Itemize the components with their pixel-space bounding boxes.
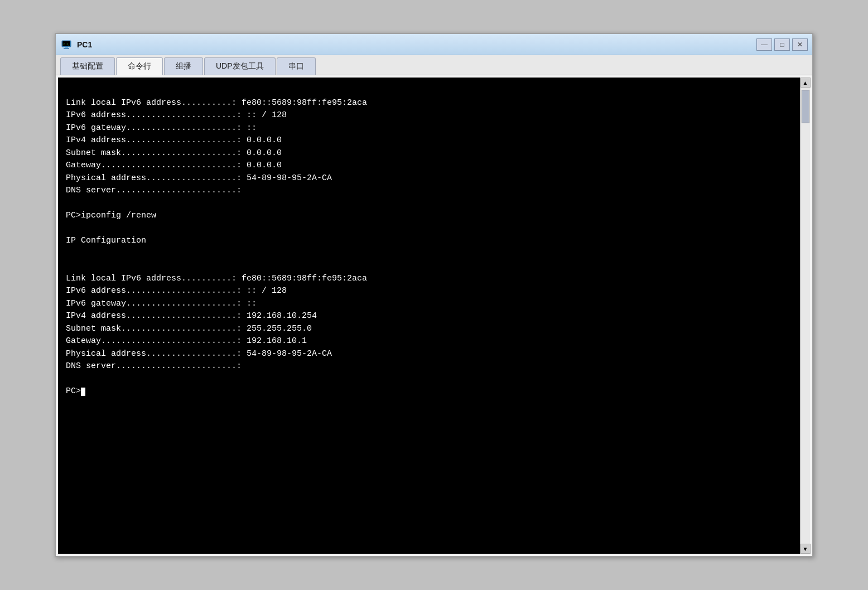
tab-serial[interactable]: 串口 bbox=[277, 57, 316, 75]
scrollbar[interactable]: ▲ ▼ bbox=[800, 78, 810, 554]
window-controls: — □ ✕ bbox=[756, 38, 808, 51]
content-area: Link local IPv6 address..........: fe80:… bbox=[56, 75, 812, 556]
scroll-up-button[interactable]: ▲ bbox=[801, 78, 811, 88]
window-title: PC1 bbox=[77, 40, 92, 49]
minimize-button[interactable]: — bbox=[756, 38, 772, 51]
svg-rect-1 bbox=[65, 47, 68, 48]
tab-cmd[interactable]: 命令行 bbox=[116, 57, 163, 75]
tab-basic[interactable]: 基础配置 bbox=[60, 57, 115, 75]
tab-multicast[interactable]: 组播 bbox=[164, 57, 203, 75]
scroll-thumb[interactable] bbox=[802, 90, 809, 123]
title-bar: C:\ PC1 — □ ✕ bbox=[56, 34, 812, 55]
svg-text:C:\: C:\ bbox=[64, 42, 69, 46]
main-window: C:\ PC1 — □ ✕ 基础配置命令行组播UDP发包工具串口 Link lo… bbox=[55, 33, 813, 557]
cursor bbox=[81, 388, 85, 396]
scroll-track[interactable] bbox=[801, 88, 810, 544]
tab-udp[interactable]: UDP发包工具 bbox=[204, 57, 276, 75]
close-button[interactable]: ✕ bbox=[792, 38, 808, 51]
terminal-output[interactable]: Link local IPv6 address..........: fe80:… bbox=[58, 78, 800, 554]
maximize-button[interactable]: □ bbox=[774, 38, 790, 51]
app-icon: C:\ bbox=[60, 38, 73, 51]
title-bar-left: C:\ PC1 bbox=[60, 38, 92, 51]
tab-bar: 基础配置命令行组播UDP发包工具串口 bbox=[56, 55, 812, 75]
svg-rect-2 bbox=[64, 48, 69, 49]
scroll-down-button[interactable]: ▼ bbox=[801, 544, 811, 554]
